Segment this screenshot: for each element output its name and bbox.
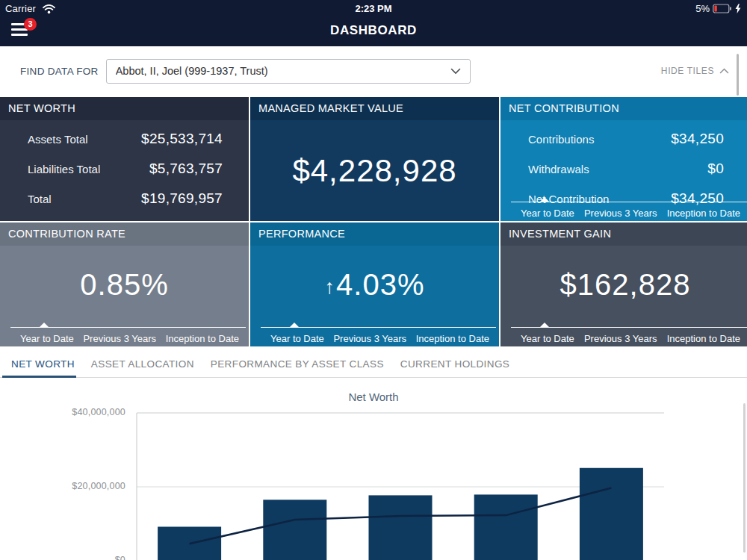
period-tab-year-to-date[interactable]: Year to Date [270,333,324,344]
tab-current-holdings[interactable]: CURRENT HOLDINGS [400,358,509,370]
tile-title: MANAGED MARKET VALUE [250,97,499,120]
battery-percent-label: 5% [695,3,710,14]
tile-contribution-rate[interactable]: CONTRIBUTION RATE 0.85% Year to Date Pre… [0,223,249,346]
tab-performance-by-asset-class[interactable]: PERFORMANCE BY ASSET CLASS [211,358,384,370]
performance-percent: 4.03% [336,268,424,301]
stat-value: $5,763,757 [149,161,223,177]
period-selector-line [261,327,496,328]
period-tab-year-to-date[interactable]: Year to Date [521,333,574,344]
period-selector: Year to Date Previous 3 Years Inception … [250,311,499,346]
stat-label: Assets Total [28,133,88,146]
tile-title: NET CONTRIBUTION [500,97,747,120]
status-and-nav-bar: Carrier 2:23 PM 5% [0,0,747,46]
battery-status: 5% [695,3,741,14]
period-tab-year-to-date[interactable]: Year to Date [20,333,74,344]
tile-managed-market-value[interactable]: MANAGED MARKET VALUE $4,228,928 [250,97,499,221]
managed-market-value-amount: $4,228,928 [292,153,456,189]
stat-row: Liabilities Total $5,763,757 [0,154,249,184]
find-data-label: FIND DATA FOR [20,66,99,77]
stat-row: Total $19,769,957 [0,184,249,214]
stat-row: Contributions $34,250 [500,124,747,154]
tile-net-worth[interactable]: NET WORTH Assets Total $25,533,714 Liabi… [0,97,249,221]
tile-title: PERFORMANCE [250,223,499,246]
nav-bar: 3 DASHBOARD [0,16,747,46]
period-tab-inception-to-date[interactable]: Inception to Date [667,333,740,344]
account-select-value: Abbot, II, Joel (999-1937, Trust) [116,65,450,77]
chevron-up-icon [719,68,729,74]
summary-tiles: NET WORTH Assets Total $25,533,714 Liabi… [0,97,747,346]
chevron-down-icon [450,68,461,75]
tile-title: NET WORTH [0,97,249,120]
tile-title: INVESTMENT GAIN [500,223,747,246]
period-tab-previous-3-years[interactable]: Previous 3 Years [83,333,156,344]
period-selector-line [10,327,246,328]
period-selector: Year to Date Previous 3 Years Inception … [500,311,747,346]
tab-net-worth[interactable]: NET WORTH [11,358,75,370]
period-tab-previous-3-years[interactable]: Previous 3 Years [584,333,657,344]
chart-title: Net Worth [0,391,747,403]
stat-value: $0 [707,161,724,177]
net-worth-bar[interactable] [158,526,221,560]
account-select[interactable]: Abbot, II, Joel (999-1937, Trust) [106,59,471,84]
clock-label: 2:23 PM [0,3,747,14]
period-tab-inception-to-date[interactable]: Inception to Date [416,333,489,344]
y-axis-tick-label: $0 [43,555,125,560]
net-worth-bar[interactable] [369,495,433,560]
ios-status-bar: Carrier 2:23 PM 5% [0,0,747,16]
stat-label: Liabilities Total [28,163,100,175]
stat-label: Withdrawals [528,163,589,175]
investment-gain-value: $162,828 [560,268,691,302]
period-selector: Year to Date Previous 3 Years Inception … [500,186,747,221]
period-tab-previous-3-years[interactable]: Previous 3 Years [584,208,657,219]
page-title: DASHBOARD [0,23,747,38]
find-data-bar: FIND DATA FOR Abbot, II, Joel (999-1937,… [0,46,747,96]
net-worth-bar[interactable] [263,500,326,560]
tab-asset-allocation[interactable]: ASSET ALLOCATION [91,358,194,370]
period-tab-inception-to-date[interactable]: Inception to Date [166,333,239,344]
period-tab-inception-to-date[interactable]: Inception to Date [667,208,740,219]
y-axis-tick-label: $40,000,000 [43,407,125,417]
battery-icon [713,4,732,13]
period-tab-previous-3-years[interactable]: Previous 3 Years [333,333,406,344]
contribution-rate-value: 0.85% [80,268,168,302]
scroll-indicator [737,54,739,96]
net-worth-stats: Assets Total $25,533,714 Liabilities Tot… [0,124,249,214]
section-tabs: NET WORTH ASSET ALLOCATION PERFORMANCE B… [0,346,747,378]
tile-performance[interactable]: PERFORMANCE ↑4.03% Year to Date Previous… [250,223,499,346]
stat-value: $25,533,714 [141,131,223,147]
up-arrow-icon: ↑ [325,276,336,298]
charging-bolt-icon [735,4,741,13]
scroll-indicator [743,403,746,553]
net-worth-trend-line [190,488,612,544]
hide-tiles-button[interactable]: HIDE TILES [661,66,729,76]
stat-row: Assets Total $25,533,714 [0,124,249,154]
net-worth-bar[interactable] [474,494,538,560]
performance-value: ↑4.03% [325,268,425,302]
period-selector-line [511,327,747,328]
tile-net-contribution[interactable]: NET CONTRIBUTION Contributions $34,250 W… [500,97,747,221]
hide-tiles-label: HIDE TILES [661,66,714,76]
period-tab-year-to-date[interactable]: Year to Date [521,208,574,219]
stat-value: $34,250 [671,131,724,147]
stat-value: $19,769,957 [141,190,223,207]
tile-investment-gain[interactable]: INVESTMENT GAIN $162,828 Year to Date Pr… [500,223,747,346]
period-selector-line [511,202,747,202]
stat-label: Total [28,193,52,205]
stat-label: Contributions [528,133,594,146]
tile-title: CONTRIBUTION RATE [0,223,249,246]
period-selector: Year to Date Previous 3 Years Inception … [0,311,249,346]
net-worth-bar[interactable] [580,468,643,560]
dashboard-screen: Carrier 2:23 PM 5% [0,0,747,560]
y-axis-tick-label: $20,000,000 [43,481,125,491]
stat-row: Withdrawals $0 [500,154,747,184]
